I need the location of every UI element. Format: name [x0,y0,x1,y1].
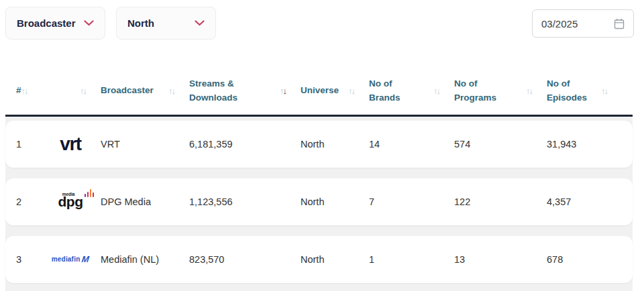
col-header-universe[interactable]: Universe ↑↓ [301,84,369,98]
rank-cell: 3 [16,254,40,265]
episodes-cell: 678 [547,254,622,265]
region-dropdown-value: North [127,17,154,29]
broadcaster-dropdown[interactable]: Broadcaster [5,7,105,40]
col-header-episodes[interactable]: No of Episodes ↑↓ [547,77,622,105]
streams-downloads-cell: 6,181,359 [189,139,301,150]
episodes-cell: 31,943 [547,139,622,150]
broadcaster-dropdown-value: Broadcaster [17,17,76,29]
col-header-rank[interactable]: # ↑↓ [16,84,40,98]
col-header-streams-downloads[interactable]: Streams & Downloads ↑↓ [189,77,301,105]
date-picker-value: 03/2025 [541,18,578,30]
col-header-brands[interactable]: No of Brands ↑↓ [369,77,454,105]
brands-cell: 14 [369,139,454,150]
streams-downloads-cell: 823,570 [189,254,301,265]
region-dropdown[interactable]: North [116,7,216,40]
vrt-logo: vrt [40,133,101,155]
programs-cell: 122 [454,196,547,207]
rank-cell: 2 [16,196,40,207]
sort-icon[interactable]: ↑↓ [526,86,532,95]
universe-cell: North [301,139,369,150]
table-body: 1 vrt VRT 6,181,359 North 14 574 31,943 … [5,117,633,291]
universe-cell: North [301,196,369,207]
calendar-icon [614,18,625,30]
filter-bar: Broadcaster North 03/2025 [0,0,644,40]
col-header-logo[interactable]: ↑↓ [40,86,101,95]
sort-icon[interactable]: ↑↓ [168,86,174,95]
streams-downloads-cell: 1,123,556 [189,196,301,207]
broadcaster-cell: VRT [101,139,189,150]
programs-cell: 574 [454,139,547,150]
broadcaster-cell: Mediafin (NL) [101,254,189,265]
table-row-mediafin[interactable]: 3 mediafin M Mediafin (NL) 823,570 North… [5,236,633,283]
table-row-vrt[interactable]: 1 vrt VRT 6,181,359 North 14 574 31,943 [5,121,633,168]
table-header-row: # ↑↓ ↑↓ Broadcaster ↑↓ Streams & Downloa… [5,40,633,117]
brands-cell: 1 [369,254,454,265]
broadcaster-cell: DPG Media [101,196,189,207]
chevron-down-icon [84,20,94,26]
col-header-broadcaster[interactable]: Broadcaster ↑↓ [101,84,189,98]
mediafin-logo: mediafin M [40,254,101,264]
equalizer-bars-icon [85,189,95,197]
programs-cell: 13 [454,254,547,265]
episodes-cell: 4,357 [547,196,622,207]
sort-icon[interactable]: ↑↓ [21,86,28,95]
brands-cell: 7 [369,196,454,207]
col-header-programs[interactable]: No of Programs ↑↓ [454,77,547,105]
sort-icon[interactable]: ↑↓ [433,86,439,95]
broadcaster-table: # ↑↓ ↑↓ Broadcaster ↑↓ Streams & Downloa… [5,40,633,291]
sort-icon[interactable]: ↑↓ [80,86,86,95]
date-picker[interactable]: 03/2025 [532,9,634,38]
dpg-media-logo: dpg media [40,194,101,209]
chevron-down-icon [195,20,205,26]
sort-icon[interactable]: ↑↓ [601,86,607,95]
table-row-dpg-media[interactable]: 2 dpg media DPG Media 1,123,556 North 7 … [5,178,633,225]
sort-icon-active-desc[interactable]: ↑↓ [280,86,286,95]
rank-cell: 1 [16,139,40,150]
sort-icon[interactable]: ↑↓ [348,86,354,95]
universe-cell: North [301,254,369,265]
